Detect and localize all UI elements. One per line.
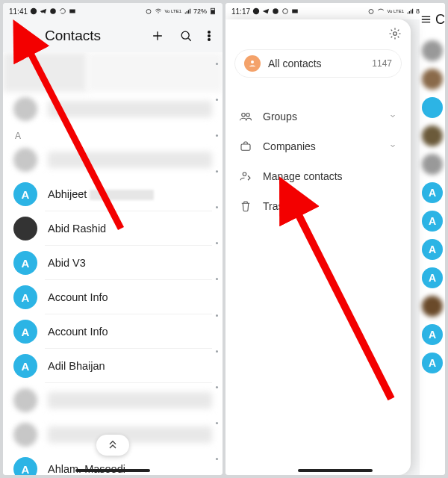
chevron-up-icon [107,439,119,451]
signal-icon [406,7,414,15]
contact-row[interactable]: A Account Info [3,280,223,314]
plus-icon [150,28,165,43]
expand-companies[interactable] [388,140,397,152]
blurred-contact-row [3,143,223,177]
status-bar: 11:17 Vo LTE1 82% [225,3,445,19]
contact-row[interactable]: A Abid V3 [3,246,223,280]
drawer-all-count: 1147 [372,58,392,69]
svg-point-3 [146,10,151,14]
page-title: Contacts [45,28,142,44]
contact-avatar: A [13,285,37,309]
wifi-icon [377,7,385,15]
blurred-profile-row [3,52,223,92]
hamburger-icon [420,13,432,26]
contact-avatar: A [13,354,37,378]
status-net: Vo LTE1 [164,9,181,13]
contact-avatar: A [13,251,37,275]
svg-point-7 [208,31,211,34]
hamburger-icon [14,28,29,43]
contacts-list[interactable]: A A Abhijeet Abid Rashid A Abid V3 A Acc… [3,52,223,475]
chat-icon [272,7,279,15]
mail-icon [69,7,76,15]
status-net: Vo LTE1 [387,9,404,13]
sync-icon [281,7,289,15]
svg-point-18 [393,32,397,36]
contact-name: Abid V3 [48,257,86,269]
svg-point-8 [208,35,211,37]
contact-name: Account Info [48,291,108,303]
contact-name: Abhijeet [48,188,154,200]
svg-point-11 [253,8,259,14]
svg-point-21 [246,114,250,117]
gear-icon [388,27,402,40]
svg-point-23 [243,173,246,176]
menu-button[interactable] [9,23,34,49]
add-contact-button[interactable] [145,23,170,49]
person-icon [244,55,261,72]
nav-indicator [75,469,150,472]
battery-icon [209,7,217,15]
drawer-manage-label: Manage contacts [263,170,343,182]
settings-button[interactable] [225,27,411,45]
phone-right: 11:17 Vo LTE1 82% C A A [225,3,445,475]
status-bar: 11:41 Vo LTE1 72% [3,3,223,19]
svg-rect-22 [241,144,250,150]
svg-point-1 [50,8,56,14]
search-button[interactable] [173,23,199,49]
svg-point-15 [369,10,373,14]
drawer-groups-label: Groups [263,111,297,122]
status-battery: 72% [193,7,207,15]
drawer-groups[interactable]: Groups [225,102,411,131]
more-button[interactable] [202,23,217,49]
sync-icon [59,7,66,15]
signal-icon [184,7,191,15]
groups-icon [239,110,252,123]
app-header: Contacts [3,19,223,52]
contact-name: Abid Rashid [48,223,106,235]
drawer-manage-contacts[interactable]: Manage contacts [225,161,411,191]
svg-rect-5 [211,10,214,13]
contact-row[interactable]: A Account Info [3,314,223,349]
svg-point-20 [242,114,246,117]
drawer-companies-label: Companies [263,140,316,152]
trash-icon [239,199,252,213]
contact-avatar: A [13,182,37,206]
alpha-scrollbar[interactable] [212,63,221,460]
chevron-down-icon [388,111,397,120]
contact-row[interactable]: A Abhijeet [3,177,223,211]
nav-drawer: All contacts 1147 Groups Companies Manag… [225,19,411,475]
svg-point-6 [181,31,189,39]
manage-contacts-icon [239,170,252,183]
whatsapp-icon [30,7,37,15]
alarm-icon [145,7,152,15]
whatsapp-icon [252,7,260,15]
mail-icon [291,7,299,15]
search-icon [178,28,193,43]
svg-point-9 [208,39,211,41]
contact-row[interactable]: A Adil Bhaijan [3,349,223,383]
telegram-icon [40,7,47,15]
svg-point-19 [251,60,254,63]
drawer-all-label: All contacts [268,58,322,69]
background-contacts-strip: C A A A A A A [420,3,445,475]
telegram-icon [262,7,270,15]
contact-row[interactable]: Abid Rashid [3,211,223,246]
svg-point-0 [31,8,37,14]
svg-point-13 [283,9,288,14]
contact-avatar: A [13,320,37,344]
svg-rect-2 [69,10,75,13]
drawer-all-contacts[interactable]: All contacts 1147 [234,49,402,78]
status-time: 11:41 [9,7,28,16]
contact-avatar: A [13,457,37,475]
drawer-companies[interactable]: Companies [225,131,411,161]
blurred-contact-row [3,383,223,418]
svg-rect-14 [292,10,298,13]
expand-groups[interactable] [388,111,397,122]
section-letter: A [3,126,223,143]
more-vertical-icon [202,28,217,43]
drawer-trash[interactable]: Trash [225,191,411,221]
svg-point-12 [273,8,279,14]
contact-name: Adil Bhaijan [48,360,105,372]
chevron-down-icon [388,141,397,150]
collapse-fab[interactable] [96,435,129,456]
